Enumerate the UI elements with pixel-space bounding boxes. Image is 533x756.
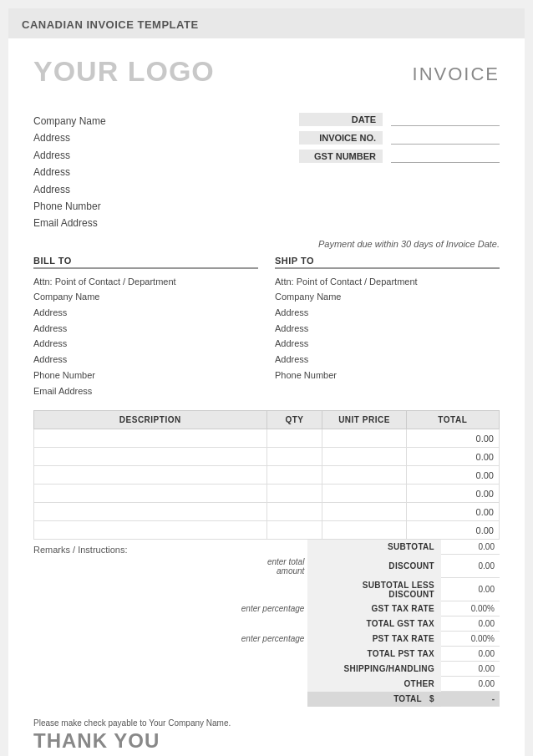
bill-to-info: Attn: Point of Contact / Department Comp… (33, 274, 258, 399)
total-pst-value: 0.00 (441, 647, 500, 662)
row-qty[interactable] (266, 466, 322, 485)
items-table: DESCRIPTION QTY UNIT PRICE TOTAL 0.00 0.… (33, 410, 500, 540)
bill-to-email: Email Address (33, 383, 258, 399)
row-total[interactable]: 0.00 (406, 503, 499, 521)
remarks-label: Remarks / Instructions: (33, 545, 216, 555)
discount-row: enter total amount DISCOUNT 0.00 (232, 555, 500, 578)
shipping-row: SHIPPING/HANDLING 0.00 (232, 662, 500, 677)
invoice-no-value[interactable] (391, 131, 500, 145)
row-qty[interactable] (266, 485, 322, 503)
bill-to-phone: Phone Number (33, 368, 258, 383)
row-total[interactable]: 0.00 (406, 521, 499, 540)
payment-note: Payment due within 30 days of Invoice Da… (33, 239, 500, 249)
total-gst-label: TOTAL GST TAX (307, 616, 441, 632)
invoice-content: YOUR LOGO INVOICE Company Name Address A… (8, 38, 525, 756)
row-unit-price[interactable] (322, 429, 406, 448)
row-desc[interactable] (34, 503, 267, 521)
page-title: CANADIAN INVOICE TEMPLATE (22, 18, 199, 31)
col-description: DESCRIPTION (34, 411, 267, 429)
footer-section: Please make check payable to Your Compan… (33, 718, 500, 753)
ship-to-col: SHIP TO Attn: Point of Contact / Departm… (275, 256, 500, 399)
row-qty[interactable] (266, 448, 322, 466)
totals-col: SUBTOTAL 0.00 enter total amount DISCOUN… (232, 540, 500, 707)
row-unit-price[interactable] (322, 521, 406, 540)
ship-to-company: Company Name (275, 289, 500, 305)
ship-to-phone: Phone Number (275, 368, 500, 383)
bill-ship-section: BILL TO Attn: Point of Contact / Departm… (33, 256, 500, 399)
row-qty[interactable] (266, 503, 322, 521)
thank-you-col: Please make check payable to Your Compan… (33, 718, 500, 753)
invoice-header: YOUR LOGO INVOICE (33, 55, 500, 88)
gst-number-row: GST NUMBER (299, 150, 500, 163)
row-unit-price[interactable] (322, 503, 406, 521)
discount-value: 0.00 (441, 555, 500, 578)
shipping-label: SHIPPING/HANDLING (307, 662, 441, 677)
shipping-prefix (232, 662, 307, 677)
discount-prefix: enter total amount (232, 555, 307, 578)
gst-rate-prefix: enter percentage (232, 601, 307, 616)
table-row: 0.00 (34, 429, 500, 448)
ship-to-header: SHIP TO (275, 256, 500, 269)
col-qty: QTY (266, 411, 322, 429)
row-total[interactable]: 0.00 (406, 429, 499, 448)
col-unit-price: UNIT PRICE (322, 411, 406, 429)
row-desc[interactable] (34, 448, 267, 466)
row-desc[interactable] (34, 521, 267, 540)
gst-rate-row: enter percentage GST TAX RATE 0.00% (232, 601, 500, 616)
row-desc[interactable] (34, 485, 267, 503)
company-address4: Address (33, 181, 106, 198)
subtotal-row: SUBTOTAL 0.00 (232, 540, 500, 555)
other-row: OTHER 0.00 (232, 677, 500, 692)
gst-number-value[interactable] (391, 150, 500, 163)
company-email: Email Address (33, 215, 106, 231)
meta-fields: DATE INVOICE NO. GST NUMBER (299, 113, 500, 168)
row-desc[interactable] (34, 429, 267, 448)
subtotal-label: SUBTOTAL (307, 540, 441, 555)
row-unit-price[interactable] (322, 485, 406, 503)
subtotal-less-row: SUBTOTAL LESS DISCOUNT 0.00 (232, 578, 500, 601)
row-unit-price[interactable] (322, 448, 406, 466)
row-total[interactable]: 0.00 (406, 485, 499, 503)
table-row: 0.00 (34, 503, 500, 521)
company-phone: Phone Number (33, 198, 106, 215)
row-desc[interactable] (34, 466, 267, 485)
date-row: DATE (299, 113, 500, 126)
bill-to-col: BILL TO Attn: Point of Contact / Departm… (33, 256, 258, 399)
top-bar: CANADIAN INVOICE TEMPLATE (8, 8, 525, 38)
company-address2: Address (33, 147, 106, 164)
other-value: 0.00 (441, 677, 500, 692)
company-address1: Address (33, 129, 106, 146)
total-pst-row: TOTAL PST TAX 0.00 (232, 647, 500, 662)
row-qty[interactable] (266, 429, 322, 448)
pst-rate-row: enter percentage PST TAX RATE 0.00% (232, 632, 500, 647)
ship-to-address4: Address (275, 352, 500, 368)
total-label: TOTAL $ (307, 692, 441, 707)
subtotal-value: 0.00 (441, 540, 500, 555)
subtotal-less-label: SUBTOTAL LESS DISCOUNT (307, 578, 441, 601)
ship-to-address2: Address (275, 321, 500, 337)
company-address3: Address (33, 164, 106, 180)
totals-table: SUBTOTAL 0.00 enter total amount DISCOUN… (232, 540, 500, 707)
shipping-value: 0.00 (441, 662, 500, 677)
gst-rate-value: 0.00% (441, 601, 500, 616)
pst-rate-value: 0.00% (441, 632, 500, 647)
total-pst-label: TOTAL PST TAX (307, 647, 441, 662)
row-total[interactable]: 0.00 (406, 466, 499, 485)
company-meta-section: Company Name Address Address Address Add… (33, 113, 500, 232)
company-logo: YOUR LOGO (33, 55, 215, 88)
remarks-col: Remarks / Instructions: (33, 540, 232, 555)
bill-to-address3: Address (33, 336, 258, 352)
date-value[interactable] (391, 113, 500, 126)
total-value: - (441, 692, 500, 707)
total-gst-prefix (232, 616, 307, 632)
row-unit-price[interactable] (322, 466, 406, 485)
total-gst-row: TOTAL GST TAX 0.00 (232, 616, 500, 632)
subtotal-less-value: 0.00 (441, 578, 500, 601)
row-qty[interactable] (266, 521, 322, 540)
other-label: OTHER (307, 677, 441, 692)
subtotal-prefix (232, 540, 307, 555)
col-total: TOTAL (406, 411, 499, 429)
thank-you: THANK YOU (33, 729, 500, 753)
row-total[interactable]: 0.00 (406, 448, 499, 466)
bill-to-address1: Address (33, 305, 258, 321)
